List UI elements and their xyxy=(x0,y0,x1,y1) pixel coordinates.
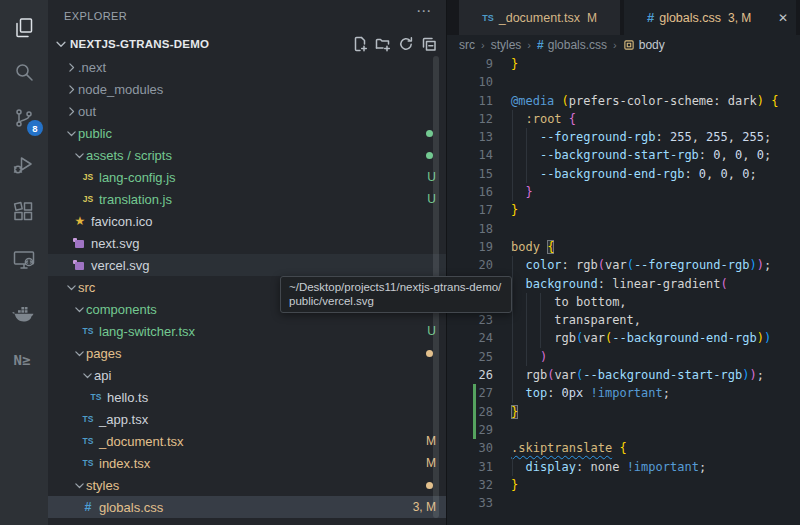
close-icon[interactable]: ✕ xyxy=(778,11,788,25)
chevron-right-icon xyxy=(64,60,78,74)
tree-file-next-svg[interactable]: next.svg xyxy=(48,232,446,254)
explorer-toolbar xyxy=(351,32,438,56)
new-folder-icon[interactable] xyxy=(374,35,392,53)
tree-folder-public[interactable]: public xyxy=(48,122,446,144)
tree-file-globals-css[interactable]: #globals.css3, M xyxy=(48,496,446,518)
code-text: } xyxy=(511,183,533,201)
css-file-icon: # xyxy=(80,499,96,515)
git-change-dot xyxy=(426,482,433,489)
tree-item-label: src xyxy=(78,280,95,295)
breadcrumb-item-body[interactable]: body xyxy=(623,38,665,52)
code-line-18: 18 xyxy=(447,220,800,238)
line-number: 31 xyxy=(447,458,493,476)
code-text: } xyxy=(511,476,518,494)
chevron-down-icon xyxy=(72,478,86,492)
tree-file-index-tsx[interactable]: TSindex.tsxM xyxy=(48,452,446,474)
code-line-32: 32} xyxy=(447,476,800,494)
run-debug-icon[interactable] xyxy=(0,145,48,185)
refresh-icon[interactable] xyxy=(397,35,415,53)
code-text: to bottom, xyxy=(511,293,627,311)
breadcrumb-separator: › xyxy=(481,39,485,51)
docker-icon[interactable] xyxy=(0,294,48,334)
code-line-30: 30.skiptranslate { xyxy=(447,439,800,457)
tree-item-label: next.svg xyxy=(91,236,139,251)
tree-file--app-tsx[interactable]: TS_app.tsx xyxy=(48,408,446,430)
breadcrumb-separator: › xyxy=(527,39,531,51)
tab--document-tsx[interactable]: TS_document.tsxM xyxy=(459,0,620,35)
tree-file-favicon-ico[interactable]: ★favicon.ico xyxy=(48,210,446,232)
typescript-file-icon: TS xyxy=(80,411,96,427)
tree-item-label: public xyxy=(78,126,112,141)
search-icon[interactable] xyxy=(0,52,48,92)
typescript-file-icon: TS xyxy=(482,13,494,23)
line-number: 15 xyxy=(447,165,493,183)
breadcrumb-item-globals-css[interactable]: #globals.css xyxy=(537,38,607,52)
tree-folder-pages[interactable]: pages xyxy=(48,342,446,364)
tab-dirty-badge: M xyxy=(587,11,597,25)
code-line-19: 19body { xyxy=(447,238,800,256)
chevron-right-icon xyxy=(64,104,78,118)
css-file-icon: # xyxy=(537,38,544,52)
extensions-icon[interactable] xyxy=(0,192,48,232)
line-number: 27 xyxy=(447,384,493,402)
tree-file-lang-config-js[interactable]: JSlang-config.jsU xyxy=(48,166,446,188)
code-line-24: 24 rgb(var(--background-end-rgb)) xyxy=(447,329,800,347)
tree-item-label: hello.ts xyxy=(107,390,148,405)
vscode-window: 8N≥ EXPLORER ⋯ NEXTJS-GTRANS-DEMO .nextn… xyxy=(0,0,800,525)
breadcrumb-item-src[interactable]: src xyxy=(459,38,475,52)
chevron-down-icon xyxy=(64,126,78,140)
code-text: ) xyxy=(511,348,547,366)
explorer-header: EXPLORER ⋯ xyxy=(48,0,446,32)
tree-item-label: components xyxy=(86,302,157,317)
tree-item-label: index.tsx xyxy=(99,456,150,471)
activity-bar: 8N≥ xyxy=(0,0,48,525)
tree-file-translation-js[interactable]: JStranslation.jsU xyxy=(48,188,446,210)
tree-file--document-tsx[interactable]: TS_document.tsxM xyxy=(48,430,446,452)
editor-group: TS_document.tsxM#globals.css3, M✕ src›st… xyxy=(446,0,800,525)
svg-image-icon xyxy=(72,257,88,273)
code-line-28: 28} xyxy=(447,403,800,421)
source-control-icon[interactable]: 8 xyxy=(0,98,48,138)
explorer-sidebar: EXPLORER ⋯ NEXTJS-GTRANS-DEMO .nextnode_… xyxy=(48,0,446,525)
line-number: 28 xyxy=(447,403,493,421)
line-number: 26 xyxy=(447,366,493,384)
css-file-icon: # xyxy=(647,10,654,25)
project-name: NEXTJS-GTRANS-DEMO xyxy=(70,38,209,50)
tree-file-vercel-svg[interactable]: vercel.svg xyxy=(48,254,446,276)
line-number: 23 xyxy=(447,311,493,329)
tree-folder-api[interactable]: api xyxy=(48,364,446,386)
line-number: 11 xyxy=(447,92,493,110)
tree-item-label: favicon.ico xyxy=(91,214,152,229)
tree-item-label: node_modules xyxy=(78,82,163,97)
breadcrumb-item-styles[interactable]: styles xyxy=(491,38,522,52)
tree-item-label: _document.tsx xyxy=(99,434,184,449)
tree-folder-out[interactable]: out xyxy=(48,100,446,122)
line-number: 14 xyxy=(447,146,493,164)
tree-folder-assets-scripts[interactable]: assets / scripts xyxy=(48,144,446,166)
code-line-29: 29 xyxy=(447,421,800,439)
new-file-icon[interactable] xyxy=(351,35,369,53)
explorer-overflow-button[interactable]: ⋯ xyxy=(416,2,432,20)
tree-item-label: _app.tsx xyxy=(99,412,148,427)
tree-item-label: lang-config.js xyxy=(99,170,176,185)
code-line-13: 13 --foreground-rgb: 255, 255, 255; xyxy=(447,128,800,146)
tab-globals-css[interactable]: #globals.css3, M✕ xyxy=(624,0,796,35)
collapse-all-icon[interactable] xyxy=(420,35,438,53)
code-line-12: 12 :root { xyxy=(447,110,800,128)
tree-file-lang-switcher-tsx[interactable]: TSlang-switcher.tsxU xyxy=(48,320,446,342)
tree-folder-node-modules[interactable]: node_modules xyxy=(48,78,446,100)
tooltip-line2: public/vercel.svg xyxy=(289,294,503,308)
tree-file-hello-ts[interactable]: TShello.ts xyxy=(48,386,446,408)
tree-folder--next[interactable]: .next xyxy=(48,56,446,78)
project-root-row[interactable]: NEXTJS-GTRANS-DEMO xyxy=(48,32,446,56)
breadcrumb-label: body xyxy=(639,38,665,52)
tooltip-line1: ~/Desktop/projects11/nextjs-gtrans-demo/ xyxy=(289,280,503,294)
tree-folder-styles[interactable]: styles xyxy=(48,474,446,496)
code-text: body { xyxy=(511,238,554,256)
code-text: } xyxy=(511,201,518,219)
explorer-icon[interactable] xyxy=(0,8,48,48)
remote-explorer-icon[interactable] xyxy=(0,240,48,280)
tree-item-label: styles xyxy=(86,478,119,493)
nx-console-icon[interactable]: N≥ xyxy=(0,340,48,380)
line-number: 12 xyxy=(447,110,493,128)
